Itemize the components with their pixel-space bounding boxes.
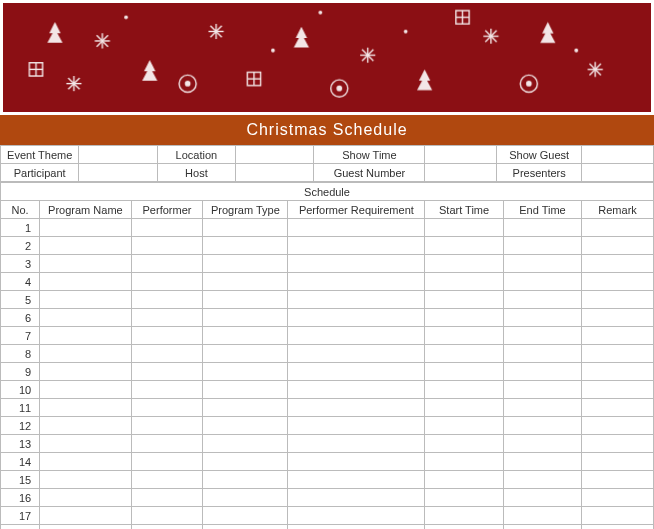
cell-program-name[interactable] [40, 507, 131, 525]
cell-program-type[interactable] [203, 489, 288, 507]
cell-start-time[interactable] [425, 327, 503, 345]
cell-end-time[interactable] [503, 273, 581, 291]
cell-end-time[interactable] [503, 453, 581, 471]
cell-performer-requirement[interactable] [288, 507, 425, 525]
cell-performer[interactable] [131, 345, 203, 363]
cell-remark[interactable] [582, 273, 654, 291]
cell-performer[interactable] [131, 435, 203, 453]
cell-end-time[interactable] [503, 363, 581, 381]
cell-performer-requirement[interactable] [288, 417, 425, 435]
cell-performer[interactable] [131, 291, 203, 309]
cell-remark[interactable] [582, 489, 654, 507]
cell-performer-requirement[interactable] [288, 273, 425, 291]
cell-end-time[interactable] [503, 507, 581, 525]
cell-performer-requirement[interactable] [288, 255, 425, 273]
meta-guest-number-value[interactable] [425, 164, 497, 182]
cell-start-time[interactable] [425, 489, 503, 507]
cell-program-type[interactable] [203, 417, 288, 435]
cell-program-type[interactable] [203, 525, 288, 530]
cell-performer[interactable] [131, 363, 203, 381]
cell-performer-requirement[interactable] [288, 291, 425, 309]
cell-performer-requirement[interactable] [288, 219, 425, 237]
cell-performer[interactable] [131, 489, 203, 507]
cell-performer[interactable] [131, 453, 203, 471]
cell-program-type[interactable] [203, 399, 288, 417]
cell-performer[interactable] [131, 471, 203, 489]
cell-performer-requirement[interactable] [288, 345, 425, 363]
cell-program-name[interactable] [40, 273, 131, 291]
cell-program-name[interactable] [40, 255, 131, 273]
cell-program-type[interactable] [203, 471, 288, 489]
cell-remark[interactable] [582, 435, 654, 453]
cell-program-name[interactable] [40, 345, 131, 363]
meta-show-time-value[interactable] [425, 146, 497, 164]
cell-program-name[interactable] [40, 237, 131, 255]
cell-start-time[interactable] [425, 291, 503, 309]
meta-event-theme-value[interactable] [79, 146, 157, 164]
cell-program-type[interactable] [203, 273, 288, 291]
cell-program-type[interactable] [203, 219, 288, 237]
cell-program-name[interactable] [40, 399, 131, 417]
cell-remark[interactable] [582, 345, 654, 363]
cell-start-time[interactable] [425, 363, 503, 381]
cell-remark[interactable] [582, 381, 654, 399]
cell-remark[interactable] [582, 237, 654, 255]
cell-performer-requirement[interactable] [288, 489, 425, 507]
cell-performer[interactable] [131, 309, 203, 327]
cell-program-name[interactable] [40, 471, 131, 489]
cell-performer-requirement[interactable] [288, 327, 425, 345]
cell-performer-requirement[interactable] [288, 435, 425, 453]
cell-remark[interactable] [582, 255, 654, 273]
cell-remark[interactable] [582, 453, 654, 471]
cell-end-time[interactable] [503, 417, 581, 435]
cell-end-time[interactable] [503, 525, 581, 530]
cell-remark[interactable] [582, 363, 654, 381]
cell-start-time[interactable] [425, 381, 503, 399]
meta-location-value[interactable] [236, 146, 314, 164]
cell-performer[interactable] [131, 327, 203, 345]
cell-remark[interactable] [582, 399, 654, 417]
meta-show-guest-value[interactable] [582, 146, 654, 164]
cell-start-time[interactable] [425, 471, 503, 489]
cell-performer[interactable] [131, 417, 203, 435]
cell-program-name[interactable] [40, 309, 131, 327]
cell-start-time[interactable] [425, 219, 503, 237]
cell-program-type[interactable] [203, 453, 288, 471]
cell-performer-requirement[interactable] [288, 381, 425, 399]
cell-start-time[interactable] [425, 309, 503, 327]
cell-program-type[interactable] [203, 291, 288, 309]
cell-start-time[interactable] [425, 453, 503, 471]
meta-presenters-value[interactable] [582, 164, 654, 182]
cell-end-time[interactable] [503, 237, 581, 255]
cell-remark[interactable] [582, 327, 654, 345]
cell-program-name[interactable] [40, 489, 131, 507]
cell-program-name[interactable] [40, 453, 131, 471]
cell-performer-requirement[interactable] [288, 525, 425, 530]
cell-remark[interactable] [582, 507, 654, 525]
cell-start-time[interactable] [425, 525, 503, 530]
cell-program-type[interactable] [203, 381, 288, 399]
cell-performer-requirement[interactable] [288, 237, 425, 255]
cell-program-name[interactable] [40, 219, 131, 237]
cell-start-time[interactable] [425, 255, 503, 273]
cell-performer-requirement[interactable] [288, 471, 425, 489]
cell-end-time[interactable] [503, 381, 581, 399]
cell-program-type[interactable] [203, 507, 288, 525]
cell-start-time[interactable] [425, 345, 503, 363]
cell-performer[interactable] [131, 399, 203, 417]
cell-remark[interactable] [582, 471, 654, 489]
cell-end-time[interactable] [503, 345, 581, 363]
cell-performer-requirement[interactable] [288, 453, 425, 471]
cell-end-time[interactable] [503, 255, 581, 273]
cell-program-name[interactable] [40, 291, 131, 309]
cell-remark[interactable] [582, 219, 654, 237]
meta-participant-value[interactable] [79, 164, 157, 182]
cell-program-type[interactable] [203, 363, 288, 381]
cell-end-time[interactable] [503, 435, 581, 453]
cell-start-time[interactable] [425, 237, 503, 255]
cell-performer[interactable] [131, 219, 203, 237]
cell-performer-requirement[interactable] [288, 309, 425, 327]
cell-start-time[interactable] [425, 417, 503, 435]
cell-performer-requirement[interactable] [288, 363, 425, 381]
cell-end-time[interactable] [503, 219, 581, 237]
